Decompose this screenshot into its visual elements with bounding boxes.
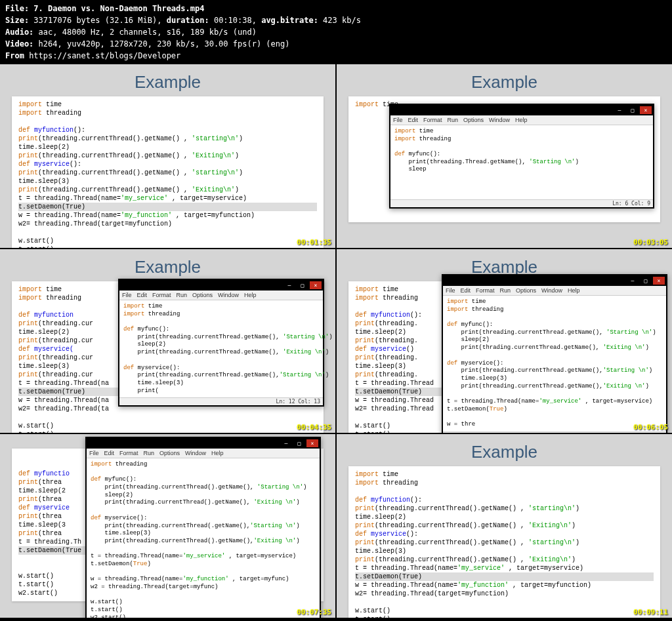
editor-menubar[interactable]: FileEditFormatRunOptionsWindowHelp [119,290,323,300]
editor-menubar[interactable]: FileEditFormatRunOptionsWindowHelp [87,449,320,458]
menu-options[interactable]: Options [463,117,484,123]
editor-code[interactable]: import threading def myfunc(): print(thr… [87,458,320,618]
thumbnail-3: Example import time import threading def… [0,249,335,433]
editor-titlebar[interactable]: – □ × [87,438,320,449]
editor-code[interactable]: import time import threading def myfunc(… [443,296,666,431]
slide-title: Example [337,434,672,466]
menu-window[interactable]: Window [489,117,510,123]
slide-title: Example [0,64,335,96]
thumbnail-6: Example import time import threading def… [337,434,672,618]
editor-menubar[interactable]: FileEditFormatRunOptionsWindowHelp [443,286,666,296]
slide-title: Example [337,64,672,96]
menu-edit[interactable]: Edit [408,117,419,123]
maximize-button[interactable]: □ [293,439,305,447]
close-button[interactable]: × [653,277,665,285]
editor-code[interactable]: import time import threading def myfunc(… [119,300,323,397]
minimize-button[interactable]: – [284,281,295,289]
slide-title: Example [0,249,335,281]
editor-titlebar[interactable]: – □ × [390,105,653,115]
code-slide: import time import threading def myfunct… [12,96,324,248]
python-editor[interactable]: – □ × FileEditFormatRunOptionsWindowHelp… [85,437,321,618]
close-button[interactable]: × [310,281,322,289]
timestamp: 00:07:35 [297,608,331,616]
thumbnail-2: Example import time – □ × FileEditFormat… [337,64,672,248]
editor-statusbar: Ln: 12 Col: 13 [119,397,323,405]
close-button[interactable]: × [306,439,318,447]
editor-titlebar[interactable]: – □ × [119,280,323,290]
timestamp: 00:04:35 [297,423,331,431]
timestamp: 00:09:11 [633,608,668,616]
menu-help[interactable]: Help [515,117,528,123]
maximize-button[interactable]: □ [297,281,308,289]
timestamp: 00:06:05 [633,423,668,431]
thumbnail-1: Example import time import threading def… [0,64,335,248]
menu-file[interactable]: File [393,117,403,123]
close-button[interactable]: × [640,106,652,114]
editor-menubar[interactable]: FileEditFormatRunOptionsWindowHelp [390,115,653,125]
python-editor[interactable]: – □ × FileEditFormatRunOptionsWindowHelp… [442,274,667,433]
code-slide: import time import threading def myfunct… [348,466,660,618]
menu-format[interactable]: Format [423,117,442,123]
thumbnail-4: Example import time import threading def… [337,249,672,433]
editor-code[interactable]: import time import threading def myfunc(… [390,125,653,199]
minimize-button[interactable]: – [614,106,625,114]
media-info-header: File: 7. Daemon vs. Non-Daemon Threads.m… [0,0,672,64]
timestamp: 00:01:35 [297,238,331,247]
editor-statusbar: Ln: 6 Col: 9 [390,199,653,207]
thumbnail-grid: Example import time import threading def… [0,64,672,618]
python-editor[interactable]: – □ × FileEditFormatRunOptionsWindowHelp… [118,279,324,407]
maximize-button[interactable]: □ [627,106,639,114]
python-editor[interactable]: – □ × FileEditFormatRunOptionsWindowHelp… [389,104,654,209]
minimize-button[interactable]: – [627,277,639,285]
maximize-button[interactable]: □ [640,277,652,285]
minimize-button[interactable]: – [280,439,292,447]
timestamp: 00:03:05 [633,238,668,247]
editor-titlebar[interactable]: – □ × [443,275,666,286]
thumbnail-5: def myfunctio print(threa time.sleep(2 p… [0,434,335,618]
menu-run[interactable]: Run [448,117,459,123]
editor-statusbar: Ln: 17 Col: 8 [443,431,666,433]
